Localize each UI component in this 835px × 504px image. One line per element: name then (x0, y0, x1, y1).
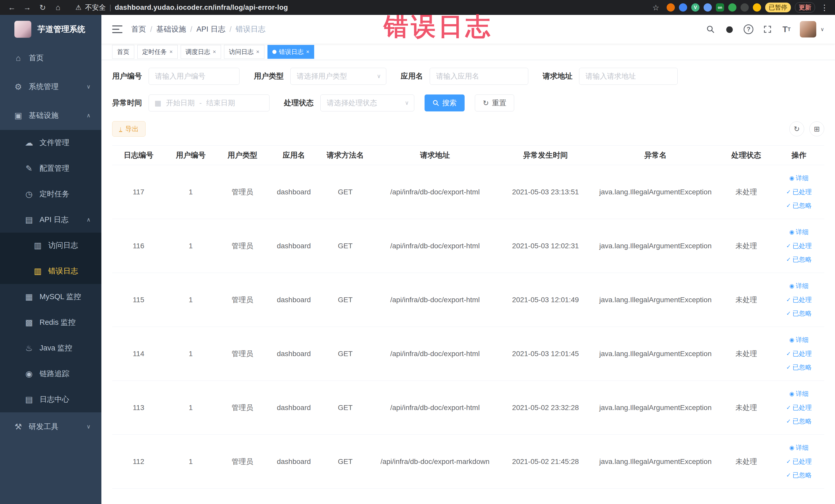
sidebar-item-config-manage[interactable]: ✎ 配置管理 (0, 156, 101, 181)
table-row: 1131管理员dashboardGET/api/infra/db-doc/exp… (112, 381, 824, 435)
font-size-icon[interactable]: TT (781, 24, 792, 35)
extension-icon[interactable] (667, 3, 675, 12)
sidebar-item-dev-tools[interactable]: ⚒ 研发工具 ∨ (0, 412, 101, 441)
cell-method: GET (319, 404, 371, 412)
user-type-select[interactable]: 请选择用户类型 ∨ (290, 68, 386, 85)
refresh-table-button[interactable]: ↻ (789, 121, 804, 136)
row-action-detail[interactable]: ◉详细 (789, 226, 809, 238)
tab-home[interactable]: 首页 (112, 45, 134, 59)
sidebar-item-system[interactable]: ⚙ 系统管理 ∨ (0, 73, 101, 101)
row-action-processed[interactable]: ✓已处理 (786, 294, 812, 306)
refresh-icon: ↻ (483, 99, 489, 107)
request-url-input[interactable] (579, 68, 677, 84)
cell-user_type: 管理员 (217, 349, 268, 359)
fullscreen-icon[interactable] (762, 24, 773, 35)
row-action-ignore[interactable]: ✓已忽略 (786, 415, 812, 427)
sidebar-item-home[interactable]: ⌂ 首页 (0, 44, 101, 73)
row-action-ignore[interactable]: ✓已忽略 (786, 469, 812, 481)
paused-badge[interactable]: 已暂停 (765, 3, 791, 12)
row-action-ignore[interactable]: ✓已忽略 (786, 254, 812, 266)
reload-icon[interactable]: ↻ (36, 3, 49, 12)
sidebar-item-error-log[interactable]: ▥ 错误日志 (0, 258, 101, 284)
emoji-extension-icon[interactable] (753, 3, 761, 12)
request-url-field (579, 68, 678, 85)
avatar-caret-icon[interactable]: ∨ (820, 26, 824, 32)
on-badge[interactable]: on (716, 3, 724, 12)
tab-access-log[interactable]: 访问日志 × (224, 45, 264, 59)
close-icon[interactable]: × (213, 48, 216, 55)
breadcrumb-infra[interactable]: 基础设施 (156, 24, 186, 35)
eye-icon: ◉ (23, 369, 35, 379)
sidebar-item-redis-monitor[interactable]: ▩ Redis 监控 (0, 310, 101, 335)
back-icon[interactable]: ← (5, 3, 19, 12)
cell-log_id: 112 (112, 458, 165, 466)
extension-icon[interactable] (728, 3, 736, 12)
breadcrumb-api-log[interactable]: API 日志 (196, 24, 225, 35)
cell-method: GET (319, 350, 371, 358)
sidebar-item-java-monitor[interactable]: ♨ Java 监控 (0, 335, 101, 361)
close-icon[interactable]: × (169, 48, 173, 55)
row-action-detail[interactable]: ◉详细 (789, 280, 809, 292)
tab-dispatch-log[interactable]: 调度日志 × (181, 45, 221, 59)
sidebar-item-log-center[interactable]: ▤ 日志中心 (0, 387, 101, 412)
forward-icon[interactable]: → (21, 3, 34, 12)
vue-devtools-icon[interactable]: V (691, 3, 699, 12)
update-button[interactable]: 更新 (795, 2, 815, 13)
extension-icon[interactable] (740, 3, 749, 12)
sidebar-item-tracing[interactable]: ◉ 链路追踪 (0, 361, 101, 387)
hamburger-icon[interactable] (112, 25, 122, 34)
filter-label-process-status: 处理状态 (284, 98, 314, 108)
sidebar-item-scheduled-jobs[interactable]: ◷ 定时任务 (0, 181, 101, 207)
browser-menu-icon[interactable]: ⋮ (819, 3, 830, 12)
search-icon[interactable] (705, 24, 716, 35)
row-action-processed[interactable]: ✓已处理 (786, 402, 812, 414)
app-name-input[interactable] (430, 68, 528, 84)
user-id-input[interactable] (149, 68, 239, 84)
sidebar-item-infra[interactable]: ▣ 基础设施 ∧ (0, 101, 101, 130)
export-button[interactable]: ↓ 导出 (112, 121, 145, 137)
user-avatar[interactable] (800, 21, 816, 38)
process-status-select[interactable]: 请选择处理状态 ∨ (320, 95, 414, 112)
sidebar-item-file-manage[interactable]: ☁ 文件管理 (0, 130, 101, 156)
sidebar-item-api-log[interactable]: ▤ API 日志 ∧ (0, 207, 101, 233)
row-action-ignore[interactable]: ✓已忽略 (786, 307, 812, 320)
row-action-detail[interactable]: ◉详细 (789, 388, 809, 400)
filter-label-app-name: 应用名 (401, 71, 423, 81)
row-action-ignore[interactable]: ✓已忽略 (786, 361, 812, 374)
row-action-processed[interactable]: ✓已处理 (786, 456, 812, 468)
eye-icon: ◉ (789, 173, 794, 184)
doc-icon: ▥ (32, 241, 44, 250)
row-action-processed[interactable]: ✓已处理 (786, 240, 812, 252)
extension-icon[interactable] (704, 3, 712, 12)
app-logo[interactable]: 芋道管理系统 (0, 15, 101, 44)
sidebar-item-mysql-monitor[interactable]: ▦ MySQL 监控 (0, 284, 101, 310)
bookmark-star-icon[interactable]: ☆ (649, 3, 663, 12)
row-action-processed[interactable]: ✓已处理 (786, 348, 812, 360)
exception-time-range[interactable]: ▦ 开始日期 - 结束日期 (149, 95, 269, 112)
check-icon: ✓ (786, 416, 791, 427)
eye-icon: ◉ (789, 227, 794, 238)
search-button[interactable]: 搜索 (425, 95, 465, 112)
row-action-processed[interactable]: ✓已处理 (786, 186, 812, 198)
check-icon: ✓ (786, 348, 791, 359)
cell-actions: ◉详细✓已处理✓已忽略 (774, 442, 824, 481)
close-icon[interactable]: × (306, 48, 309, 55)
sidebar-item-access-log[interactable]: ▥ 访问日志 (0, 233, 101, 258)
address-bar[interactable]: ⚠ 不安全 | dashboard.yudao.iocoder.cn/infra… (71, 1, 647, 14)
row-action-detail[interactable]: ◉详细 (789, 334, 809, 346)
row-action-detail[interactable]: ◉详细 (789, 172, 809, 184)
row-action-detail[interactable]: ◉详细 (789, 442, 809, 454)
extension-icon[interactable] (679, 3, 687, 12)
cell-actions: ◉详细✓已处理✓已忽略 (774, 280, 824, 320)
tab-error-log[interactable]: 错误日志 × (267, 45, 314, 59)
column-settings-button[interactable]: ⊞ (809, 121, 824, 136)
breadcrumb-home[interactable]: 首页 (131, 24, 146, 35)
row-action-ignore[interactable]: ✓已忽略 (786, 200, 812, 212)
reset-button[interactable]: ↻ 重置 (475, 95, 514, 112)
github-icon[interactable] (724, 24, 735, 35)
tab-scheduled-jobs[interactable]: 定时任务 × (137, 45, 178, 59)
close-icon[interactable]: × (256, 48, 260, 55)
cell-status: 未处理 (719, 457, 774, 466)
help-icon[interactable]: ? (743, 24, 754, 35)
home-nav-icon[interactable]: ⌂ (51, 3, 65, 12)
